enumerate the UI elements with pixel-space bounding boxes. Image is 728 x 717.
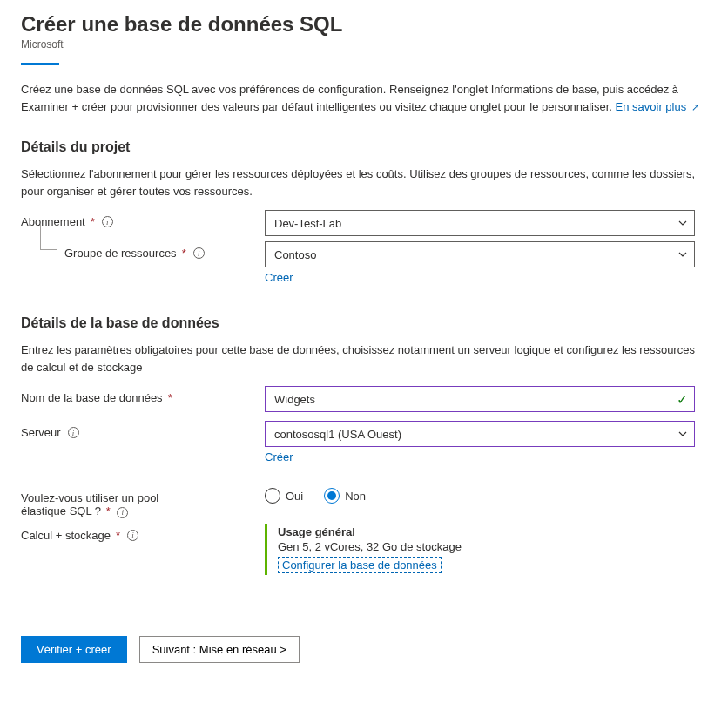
section-db-heading: Détails de la base de données [21, 315, 707, 331]
review-create-button[interactable]: Vérifier + créer [21, 636, 127, 663]
compute-summary: Usage général Gen 5, 2 vCores, 32 Go de … [265, 524, 695, 575]
info-icon[interactable]: i [68, 427, 79, 438]
resource-group-label: Groupe de ressources * i [21, 241, 265, 260]
compute-tier: Usage général [278, 525, 695, 538]
create-server-link[interactable]: Créer [265, 450, 293, 463]
intro-text: Créez une base de données SQL avec vos p… [21, 81, 707, 115]
compute-detail: Gen 5, 2 vCores, 32 Go de stockage [278, 540, 695, 553]
learn-more-link[interactable]: En savoir plus ↗ [616, 100, 699, 113]
create-resource-group-link[interactable]: Créer [265, 271, 293, 284]
server-label: Serveur i [21, 421, 265, 439]
next-button[interactable]: Suivant : Mise en réseau > [139, 636, 300, 663]
configure-database-link[interactable]: Configurer la base de données [278, 557, 442, 573]
section-db-desc: Entrez les paramètres obligatoires pour … [21, 342, 707, 375]
server-select[interactable]: contososql1 (USA Ouest) [265, 421, 695, 447]
info-icon[interactable]: i [117, 507, 128, 518]
section-project-heading: Détails du projet [21, 139, 707, 155]
resource-group-select[interactable]: Contoso [265, 241, 695, 267]
subscription-select[interactable]: Dev-Test-Lab [265, 210, 695, 236]
info-icon[interactable]: i [193, 247, 205, 259]
elastic-pool-radio-group: Oui Non [265, 486, 695, 504]
publisher-label: Microsoft [21, 38, 707, 51]
compute-label: Calcul + stockage * i [21, 524, 265, 542]
subscription-label: Abonnement * i [21, 210, 265, 228]
info-icon[interactable]: i [102, 216, 113, 227]
radio-icon [324, 488, 340, 504]
external-link-icon: ↗ [691, 102, 699, 112]
active-tab-indicator [21, 63, 59, 65]
db-name-label: Nom de la base de données * [21, 386, 265, 404]
info-icon[interactable]: i [127, 530, 138, 541]
elastic-pool-yes[interactable]: Oui [265, 488, 303, 504]
db-name-input[interactable] [265, 386, 695, 412]
elastic-pool-no[interactable]: Non [324, 488, 366, 504]
page-title: Créer une base de données SQL [21, 12, 707, 37]
radio-icon [265, 488, 280, 504]
section-project-desc: Sélectionnez l'abonnement pour gérer les… [21, 166, 707, 200]
elastic-pool-label: Voulez-vous utiliser un pool élastique S… [21, 486, 265, 518]
tree-connector-icon [40, 224, 57, 250]
